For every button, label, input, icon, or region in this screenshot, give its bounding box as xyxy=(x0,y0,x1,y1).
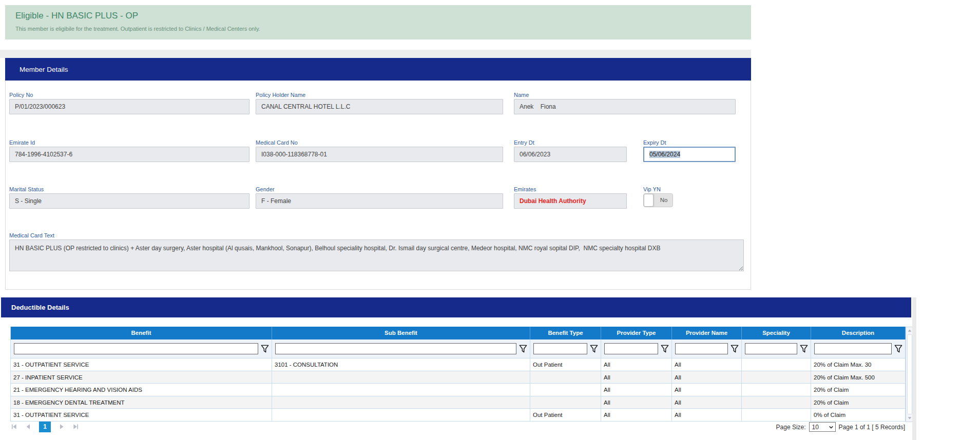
chevron-down-icon xyxy=(829,425,834,430)
expiry-dt-label: Expiry Dt xyxy=(643,139,666,146)
cell-provider-type: All xyxy=(601,371,672,384)
vip-yn-label: Vip YN xyxy=(643,186,661,192)
cell-description: 20% of Claim Max. 500 xyxy=(811,371,906,384)
cell-benefit-type xyxy=(530,396,601,409)
cell-benefit: 31 - OUTPATIENT SERVICE xyxy=(10,409,272,422)
previous-page-button[interactable] xyxy=(25,423,32,430)
cell-description: 20% of Claim xyxy=(811,396,906,409)
cell-benefit: 21 - EMERGENCY HEARING AND VISION AIDS xyxy=(10,384,272,396)
filter-input-benefit[interactable] xyxy=(14,343,258,354)
scrollbar-thumb[interactable] xyxy=(907,334,912,414)
cell-provider-name: All xyxy=(672,358,742,371)
filter-icon[interactable] xyxy=(799,344,809,354)
next-page-button[interactable] xyxy=(58,423,65,430)
col-header-benefit-type: Benefit Type xyxy=(530,327,601,339)
cell-provider-type: All xyxy=(601,384,672,396)
benefits-table: Benefit Sub Benefit Benefit Type Provide… xyxy=(10,327,906,422)
gender-input xyxy=(256,193,503,209)
emirate-id-label: Emirate Id xyxy=(9,139,35,146)
cell-sub-benefit xyxy=(272,396,530,409)
cell-provider-type: All xyxy=(601,396,672,409)
cell-sub-benefit: 3101 - CONSULTATION xyxy=(272,358,530,371)
expiry-dt-input[interactable]: 05/06/2024 xyxy=(643,147,736,162)
filter-icon[interactable] xyxy=(660,344,670,354)
eligibility-subtitle: This member is eligibile for the treatme… xyxy=(15,26,260,32)
deductible-details-header: Deductible Details xyxy=(1,297,911,317)
cell-benefit-type: Out Patient xyxy=(530,358,601,371)
divider-strip xyxy=(0,50,751,58)
cell-description: 0% of Claim xyxy=(811,409,906,422)
filter-input-sub-benefit[interactable] xyxy=(275,343,516,354)
policy-holder-input xyxy=(256,99,503,114)
last-page-button[interactable] xyxy=(72,423,80,430)
cell-benefit: 27 - INPATIENT SERVICE xyxy=(10,371,272,384)
table-row[interactable]: 31 - OUTPATIENT SERVICE Out Patient All … xyxy=(10,409,906,422)
cell-provider-type: All xyxy=(601,358,672,371)
marital-status-label: Marital Status xyxy=(9,186,44,192)
first-page-button[interactable] xyxy=(10,423,17,430)
cell-provider-name: All xyxy=(672,371,742,384)
col-header-provider-name: Provider Name xyxy=(672,327,742,339)
cell-speciality xyxy=(742,396,811,409)
filter-icon[interactable] xyxy=(260,344,270,354)
filter-input-speciality[interactable] xyxy=(745,343,797,354)
filter-icon[interactable] xyxy=(893,344,904,354)
policy-no-input xyxy=(9,99,249,114)
col-header-speciality: Speciality xyxy=(742,327,811,339)
emirates-label: Emirates xyxy=(514,186,536,192)
page-size-select[interactable]: 10 xyxy=(809,422,836,432)
scroll-up-icon[interactable] xyxy=(907,328,912,333)
cell-benefit: 18 - EMERGENCY DENTAL TREATMENT xyxy=(10,396,272,409)
filter-input-description[interactable] xyxy=(814,343,892,354)
cell-description: 20% of Claim xyxy=(811,384,906,396)
name-input xyxy=(514,99,736,114)
cell-sub-benefit xyxy=(272,409,530,422)
cell-provider-name: All xyxy=(672,396,742,409)
emirates-input xyxy=(514,193,627,209)
filter-icon[interactable] xyxy=(518,344,528,354)
page-scrollbar-strip[interactable] xyxy=(912,297,916,440)
member-details-header: Member Details xyxy=(5,58,751,81)
policy-holder-label: Policy Holder Name xyxy=(256,92,305,98)
cell-provider-name: All xyxy=(672,384,742,396)
col-header-benefit: Benefit xyxy=(10,327,272,339)
medical-card-no-input xyxy=(256,147,503,162)
filter-icon[interactable] xyxy=(729,344,740,354)
cell-description: 20% of Claim Max. 30 xyxy=(811,358,906,371)
table-header-row: Benefit Sub Benefit Benefit Type Provide… xyxy=(10,327,906,339)
cell-speciality xyxy=(742,371,811,384)
entry-dt-input xyxy=(514,147,627,162)
col-header-description: Description xyxy=(811,327,906,339)
filter-input-provider-name[interactable] xyxy=(675,343,728,354)
col-header-sub-benefit: Sub Benefit xyxy=(272,327,530,339)
cell-benefit-type xyxy=(530,384,601,396)
page-info: Page 1 of 1 [ 5 Records] xyxy=(839,424,905,431)
medical-card-no-label: Medical Card No xyxy=(256,139,298,146)
cell-benefit-type: Out Patient xyxy=(530,409,601,422)
pagination: 1 xyxy=(10,421,80,432)
cell-sub-benefit xyxy=(272,371,530,384)
table-row[interactable]: 27 - INPATIENT SERVICE All All 20% of Cl… xyxy=(10,371,906,384)
cell-speciality xyxy=(742,409,811,422)
entry-dt-label: Entry Dt xyxy=(514,139,534,146)
deductible-details-panel: Deductible Details Benefit Sub Benefit B… xyxy=(5,300,911,440)
scroll-down-icon[interactable] xyxy=(907,415,912,421)
medical-card-textarea: HN BASIC PLUS (OP restricted to clinics)… xyxy=(9,239,744,271)
vip-toggle-value: No xyxy=(655,194,672,207)
eligibility-banner: Eligible - HN BASIC PLUS - OP This membe… xyxy=(5,5,751,39)
cell-speciality xyxy=(742,358,811,371)
page-number-button[interactable]: 1 xyxy=(39,422,51,432)
cell-provider-type: All xyxy=(601,409,672,422)
deductible-details-title: Deductible Details xyxy=(11,304,69,311)
table-row[interactable]: 31 - OUTPATIENT SERVICE 3101 - CONSULTAT… xyxy=(10,358,906,371)
col-header-provider-type: Provider Type xyxy=(601,327,672,339)
marital-status-input xyxy=(9,193,249,209)
filter-icon[interactable] xyxy=(589,344,599,354)
vip-toggle[interactable]: No xyxy=(643,193,673,207)
filter-input-benefit-type[interactable] xyxy=(533,343,587,354)
table-row[interactable]: 18 - EMERGENCY DENTAL TREATMENT All All … xyxy=(10,396,906,409)
page-size-label: Page Size: xyxy=(776,424,806,431)
table-row[interactable]: 21 - EMERGENCY HEARING AND VISION AIDS A… xyxy=(10,384,906,396)
filter-row xyxy=(10,339,906,358)
filter-input-provider-type[interactable] xyxy=(604,343,658,354)
